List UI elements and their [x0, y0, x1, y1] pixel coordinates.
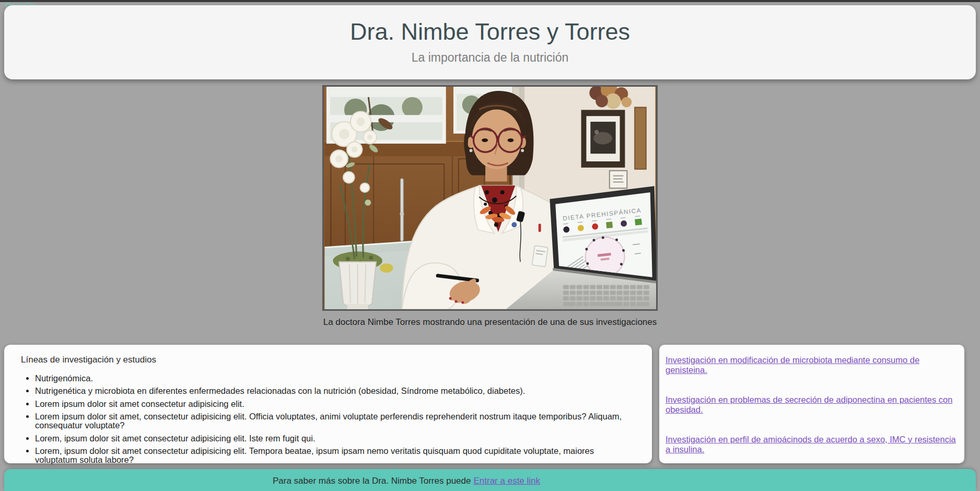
window-top-edge [0, 0, 980, 2]
research-item: Lorem ipsum dolor sit amet, consectetur … [35, 412, 636, 430]
doctor-figure: DIETA PREHISPÁNICA [0, 85, 980, 328]
research-list: Nutrigenómica. Nutrigenética y microbiot… [21, 374, 636, 465]
page-footer: Para saber más sobre la Dra. Nimbe Torre… [4, 469, 976, 491]
research-link-adiponectina[interactable]: Investigación en problemas de secreción … [666, 395, 952, 414]
research-link-aminoacidos[interactable]: Investigación en perfil de amioácinods d… [666, 435, 956, 454]
doctor-photo-illustration: DIETA PREHISPÁNICA [324, 87, 656, 309]
footer-link[interactable]: Entrar a este link [473, 476, 540, 486]
doctor-photo: DIETA PREHISPÁNICA [322, 85, 658, 311]
small-frame [610, 171, 627, 189]
page-title: Dra. Nimbe Torres y Torres [4, 5, 976, 45]
links-panel: Investigación en modificación de microbi… [659, 345, 964, 463]
side-frame-edge [635, 107, 646, 169]
research-link-microbiota[interactable]: Investigación en modificación de microbi… [666, 355, 919, 375]
research-panel: Líneas de investigación y estudios Nutri… [4, 345, 652, 463]
main-content: Líneas de investigación y estudios Nutri… [4, 345, 964, 463]
research-item: Nutrigenómica. [35, 374, 636, 383]
research-item: Lorem, ipsum dolor sit amet consectetur … [35, 434, 636, 443]
figure-caption: La doctora Nimbe Torres mostrando una pr… [0, 317, 980, 328]
research-item: Lorem, ipsum dolor sit amet consectetur … [35, 447, 636, 465]
page-header: Dra. Nimbe Torres y Torres La importanci… [4, 5, 976, 79]
picture-frame [581, 110, 625, 167]
research-item: Nutrigenética y microbiota en diferentes… [35, 387, 636, 395]
page-subtitle: La importancia de la nutrición [4, 45, 976, 65]
footer-text: Para saber más sobre la Dra. Nimbe Torre… [273, 476, 471, 486]
research-item: Lorem ipsum dolor sit amet consectetur a… [35, 400, 636, 408]
research-heading: Líneas de investigación y estudios [21, 355, 636, 365]
